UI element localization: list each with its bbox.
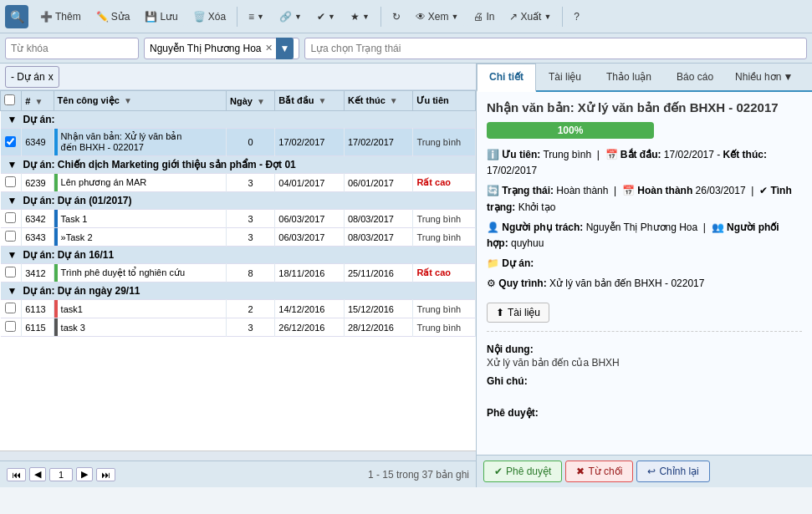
- group-collapse-icon[interactable]: ▼: [8, 249, 18, 261]
- row-end: 25/11/2016: [344, 264, 413, 282]
- row-id: 6115: [22, 318, 54, 337]
- days-filter-icon[interactable]: ▼: [257, 97, 265, 106]
- table-row[interactable]: 6349 Nhận văn bản: Xử lý văn bảnđến BHXH…: [1, 129, 476, 156]
- prev-page-button[interactable]: ◀: [29, 467, 46, 481]
- tab-nhieuhon[interactable]: Nhiều hơn ▼: [726, 64, 802, 90]
- assignee-dropdown[interactable]: ▼: [276, 38, 294, 59]
- group-row: ▼ Dự án: Dự án ngày 29/11: [1, 282, 476, 300]
- table-row[interactable]: 6343 »Task 2 3 06/03/2017 08/03/2017 Tru…: [1, 228, 476, 247]
- taili-section: ⬆ Tài liệu: [487, 299, 802, 323]
- process-icon: ⚙: [487, 277, 496, 289]
- row-days: 3: [227, 174, 275, 192]
- state-input[interactable]: [304, 38, 807, 59]
- next-page-button[interactable]: ▶: [76, 467, 93, 481]
- project-filter-pill[interactable]: - Dự án x: [5, 66, 59, 88]
- refresh-button[interactable]: ↻: [386, 8, 407, 26]
- row-checkbox[interactable]: [5, 303, 16, 313]
- table-row[interactable]: 6239 Lên phương án MAR 3 04/01/2017 06/0…: [1, 174, 476, 192]
- owner-row: 👤 Người phụ trách: Nguyễn Thị Phương Hoa…: [487, 220, 802, 252]
- complete-date: 26/03/2017: [696, 185, 746, 196]
- dropdown-arrow: ▼: [257, 13, 264, 21]
- col-hash: # ▼: [22, 91, 54, 111]
- group-collapse-icon[interactable]: ▼: [8, 195, 18, 206]
- assignee-remove[interactable]: ✕: [265, 43, 273, 53]
- help-icon: ?: [574, 11, 580, 23]
- luu-button[interactable]: 💾 Lưu: [138, 8, 184, 26]
- row-checkbox[interactable]: [5, 231, 16, 242]
- table-row[interactable]: 3412 Trình phê duyệt tổ nghiên cứu 8 18/…: [1, 264, 476, 282]
- in-button[interactable]: 🖨 In: [467, 8, 501, 26]
- group-collapse-icon[interactable]: ▼: [8, 114, 18, 125]
- xoa-button[interactable]: 🗑️ Xóa: [186, 8, 232, 26]
- row-checkbox[interactable]: [5, 176, 16, 187]
- row-start: 06/03/2017: [275, 210, 345, 228]
- start-filter-icon[interactable]: ▼: [319, 96, 327, 105]
- tab-tailieu[interactable]: Tài liệu: [536, 64, 594, 90]
- tab-chitiet[interactable]: Chi tiết: [477, 64, 536, 92]
- dropdown-arrow3: ▼: [328, 13, 335, 21]
- row-name: task 3: [54, 318, 226, 337]
- export-icon: ↗: [509, 11, 518, 23]
- row-checkbox[interactable]: [5, 267, 16, 277]
- more-arrow-icon: ▼: [783, 71, 793, 83]
- row-checkbox-cell: [1, 174, 22, 192]
- chinh-lai-button[interactable]: ↩ Chỉnh lại: [636, 461, 709, 482]
- table-row[interactable]: 6115 task 3 3 26/12/2016 28/12/2016 Trun…: [1, 318, 476, 337]
- row-priority: Trung bình: [413, 300, 476, 318]
- sua-button[interactable]: ✏️ Sửa: [89, 8, 137, 26]
- row-checkbox-cell: [1, 228, 22, 247]
- group-collapse-icon[interactable]: ▼: [8, 159, 18, 170]
- pill-label: - Dự án: [11, 71, 45, 83]
- xem-button[interactable]: 👁 Xem ▼: [409, 8, 466, 26]
- row-checkbox[interactable]: [5, 136, 16, 147]
- row-days: 3: [227, 210, 275, 228]
- tu-choi-button[interactable]: ✖ Từ chối: [565, 461, 633, 482]
- row-name: Trình phê duyệt tổ nghiên cứu: [54, 264, 226, 282]
- last-page-button[interactable]: ⏭: [96, 468, 115, 481]
- group-collapse-icon[interactable]: ▼: [8, 285, 18, 297]
- row-checkbox[interactable]: [5, 321, 16, 332]
- them-button[interactable]: ➕ Thêm: [33, 8, 88, 26]
- row-priority: Rất cao: [413, 264, 476, 282]
- xuat-button[interactable]: ↗ Xuất ▼: [503, 8, 558, 26]
- row-id: 6113: [22, 300, 54, 318]
- tab-baocao[interactable]: Báo cáo: [664, 64, 726, 90]
- row-start: 17/02/2017: [275, 129, 345, 156]
- table-row[interactable]: 6342 Task 1 3 06/03/2017 08/03/2017 Trun…: [1, 210, 476, 228]
- select-all-checkbox[interactable]: [4, 94, 15, 105]
- complete-icon: 📅: [622, 185, 635, 196]
- menu-button[interactable]: ≡ ▼: [242, 8, 271, 26]
- hash-filter-icon[interactable]: ▼: [34, 97, 43, 106]
- tab-thaoluan[interactable]: Thảo luận: [594, 64, 664, 90]
- name-filter-icon[interactable]: ▼: [124, 96, 132, 105]
- row-name: task1: [54, 300, 226, 318]
- tailieu-button[interactable]: ⬆ Tài liệu: [487, 303, 549, 323]
- note-label: Ghi chú:: [487, 375, 802, 387]
- upload-icon: ⬆: [496, 307, 504, 318]
- row-priority: Trung bình: [413, 228, 476, 247]
- first-page-button[interactable]: ⏮: [7, 468, 26, 481]
- content-label: Nội dung:: [487, 344, 802, 355]
- check-button[interactable]: ✔ ▼: [310, 8, 342, 26]
- phe-duyet-button[interactable]: ✔ Phê duyệt: [483, 461, 562, 482]
- owner-val: Nguyễn Thị Phương Hoa: [586, 221, 698, 233]
- horizontal-scrollbar[interactable]: [0, 450, 476, 461]
- row-checkbox[interactable]: [5, 212, 16, 223]
- page-input[interactable]: [49, 468, 73, 481]
- end-filter-icon[interactable]: ▼: [390, 96, 398, 105]
- help-button[interactable]: ?: [567, 8, 586, 26]
- progress-bar-wrap: 100%: [487, 122, 654, 139]
- status-val: Hoàn thành: [556, 185, 608, 196]
- row-checkbox-cell: [1, 264, 22, 282]
- separator-1: [237, 7, 237, 27]
- calendar-icon: 📅: [605, 149, 618, 160]
- row-days: 2: [227, 300, 275, 318]
- process-val: Xử lý văn bản đến BHXH - 022017: [549, 277, 704, 289]
- table-row[interactable]: 6113 task1 2 14/12/2016 15/12/2016 Trung…: [1, 300, 476, 318]
- star-button[interactable]: ★ ▼: [344, 8, 376, 26]
- action-bar: ✔ Phê duyệt ✖ Từ chối ↩ Chỉnh lại: [477, 455, 812, 487]
- link-button[interactable]: 🔗 ▼: [273, 8, 309, 26]
- keyword-input[interactable]: [5, 38, 139, 59]
- task-title: Nhận văn bản: Xử lý văn bản đến BHXH - 0…: [487, 100, 802, 115]
- pill-remove[interactable]: x: [49, 71, 54, 83]
